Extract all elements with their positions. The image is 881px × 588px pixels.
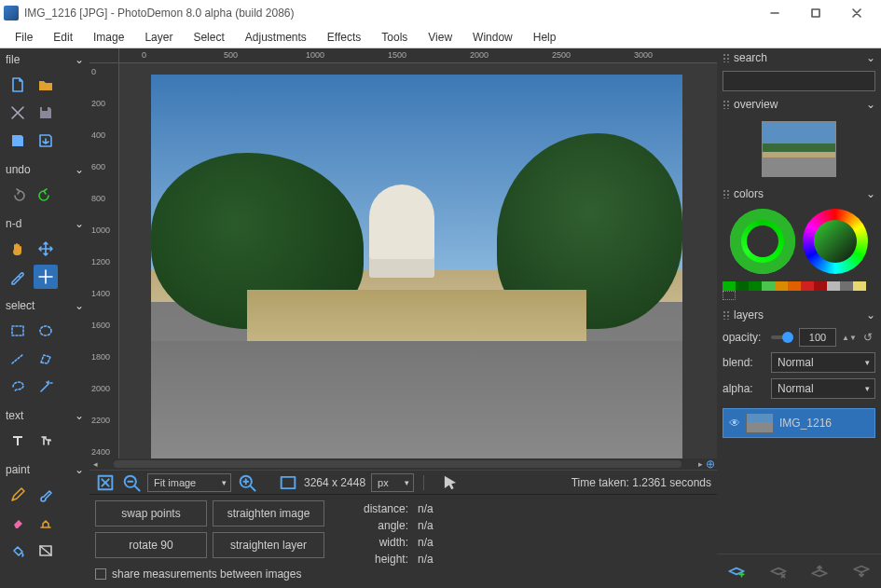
menu-adjustments[interactable]: Adjustments bbox=[236, 28, 316, 47]
menu-tools[interactable]: Tools bbox=[372, 28, 417, 47]
color-swatch[interactable] bbox=[814, 281, 827, 291]
share-measurements-checkbox[interactable]: share measurements between images bbox=[95, 567, 324, 581]
opacity-stepper[interactable]: ▲▼ bbox=[842, 328, 855, 347]
scroll-right-icon[interactable]: ▸ bbox=[695, 459, 706, 469]
menu-image[interactable]: Image bbox=[84, 28, 133, 47]
visibility-icon[interactable]: 👁 bbox=[729, 417, 740, 430]
pencil-tool-icon[interactable] bbox=[6, 483, 30, 507]
scroll-left-icon[interactable]: ◂ bbox=[89, 459, 101, 469]
ellipse-select-icon[interactable] bbox=[34, 319, 58, 343]
menu-edit[interactable]: Edit bbox=[44, 28, 82, 47]
menu-effects[interactable]: Effects bbox=[318, 28, 370, 47]
toolbox-text-header[interactable]: text⌄ bbox=[4, 406, 86, 425]
layer-up-button[interactable] bbox=[810, 562, 829, 581]
toolbox-undo-header[interactable]: undo⌄ bbox=[4, 160, 86, 179]
open-folder-icon[interactable] bbox=[34, 73, 58, 97]
toolbox-paint-header[interactable]: paint⌄ bbox=[4, 460, 86, 479]
straighten-layer-button[interactable]: straighten layer bbox=[213, 532, 324, 558]
alpha-select[interactable]: Normal bbox=[771, 378, 875, 399]
color-swatch[interactable] bbox=[775, 281, 788, 291]
save-icon[interactable] bbox=[34, 101, 58, 125]
overview-thumbnail[interactable] bbox=[762, 121, 836, 177]
fill-tool-icon[interactable] bbox=[6, 539, 30, 563]
color-swatch[interactable] bbox=[801, 281, 814, 291]
zoom-in-icon[interactable] bbox=[237, 472, 257, 493]
layer-down-button[interactable] bbox=[852, 562, 871, 581]
maximize-button[interactable] bbox=[795, 0, 836, 26]
color-swatch[interactable] bbox=[840, 281, 853, 291]
color-wheel-primary[interactable] bbox=[730, 209, 795, 274]
color-swatch[interactable] bbox=[788, 281, 801, 291]
center-view-icon[interactable]: ⊕ bbox=[706, 458, 717, 471]
menu-layer[interactable]: Layer bbox=[135, 28, 182, 47]
window-title: IMG_1216 [JPG] - PhotoDemon 8.0 alpha (b… bbox=[24, 7, 754, 20]
color-swatch[interactable] bbox=[736, 281, 749, 291]
toolbox-nd-header[interactable]: n-d⌄ bbox=[4, 214, 86, 233]
layer-name: IMG_1216 bbox=[779, 417, 832, 430]
color-wheel-hue[interactable] bbox=[803, 209, 868, 274]
save-as-icon[interactable] bbox=[34, 129, 58, 153]
svg-rect-7 bbox=[282, 476, 296, 487]
menu-file[interactable]: File bbox=[6, 28, 42, 47]
undo-icon[interactable] bbox=[6, 183, 30, 207]
minimize-button[interactable] bbox=[754, 0, 795, 26]
close-file-icon[interactable] bbox=[6, 101, 30, 125]
magic-wand-icon[interactable] bbox=[34, 375, 58, 399]
lasso-select-icon[interactable] bbox=[6, 375, 30, 399]
color-picker-tool-icon[interactable] bbox=[6, 265, 30, 289]
menu-help[interactable]: Help bbox=[524, 28, 566, 47]
swap-points-button[interactable]: swap points bbox=[95, 500, 207, 526]
opacity-reset-icon[interactable]: ↺ bbox=[860, 331, 875, 344]
line-select-icon[interactable] bbox=[6, 347, 30, 371]
zoom-fit-icon[interactable] bbox=[95, 472, 116, 493]
toolbox-file-header[interactable]: file⌄ bbox=[4, 50, 86, 69]
layers-panel-header[interactable]: layers⌄ bbox=[717, 306, 881, 324]
zoom-out-icon[interactable] bbox=[121, 472, 142, 493]
color-swatch[interactable] bbox=[853, 281, 866, 291]
zoom-select[interactable]: Fit image bbox=[147, 473, 231, 492]
swatch-more-icon[interactable] bbox=[723, 291, 736, 300]
rect-select-icon[interactable] bbox=[6, 319, 30, 343]
gradient-tool-icon[interactable] bbox=[34, 539, 58, 563]
delete-layer-button[interactable] bbox=[769, 562, 788, 581]
eraser-tool-icon[interactable] bbox=[6, 511, 30, 535]
search-input[interactable] bbox=[723, 71, 875, 91]
opacity-slider[interactable] bbox=[771, 335, 793, 339]
blend-select[interactable]: Normal bbox=[771, 352, 875, 373]
poly-select-icon[interactable] bbox=[34, 347, 58, 371]
redo-icon[interactable] bbox=[34, 183, 58, 207]
text-advanced-icon[interactable] bbox=[34, 429, 58, 453]
toolbox-select-header[interactable]: select⌄ bbox=[4, 296, 86, 315]
save-copy-icon[interactable] bbox=[6, 129, 30, 153]
blend-label: blend: bbox=[723, 356, 765, 369]
clone-tool-icon[interactable] bbox=[34, 511, 58, 535]
layer-item[interactable]: 👁 IMG_1216 bbox=[723, 408, 875, 438]
color-swatch[interactable] bbox=[762, 281, 775, 291]
close-button[interactable] bbox=[836, 0, 877, 26]
unit-select[interactable]: px bbox=[371, 473, 414, 492]
measure-tool-icon[interactable] bbox=[34, 265, 58, 289]
scrollbar-horizontal[interactable]: ◂ ▸ ⊕ bbox=[89, 458, 717, 470]
menu-view[interactable]: View bbox=[419, 28, 461, 47]
text-tool-icon[interactable] bbox=[6, 429, 30, 453]
image-size-icon[interactable] bbox=[278, 472, 298, 493]
brush-tool-icon[interactable] bbox=[34, 483, 58, 507]
menu-select[interactable]: Select bbox=[184, 28, 233, 47]
ruler-horizontal: 0 500 1000 1500 2000 2500 3000 bbox=[119, 48, 717, 63]
app-icon bbox=[4, 6, 19, 21]
color-swatch[interactable] bbox=[827, 281, 840, 291]
add-layer-button[interactable] bbox=[727, 562, 746, 581]
color-swatch[interactable] bbox=[749, 281, 762, 291]
canvas[interactable] bbox=[119, 63, 717, 458]
hand-tool-icon[interactable] bbox=[6, 237, 30, 261]
colors-panel-header[interactable]: colors⌄ bbox=[717, 185, 881, 203]
color-swatch[interactable] bbox=[723, 281, 736, 291]
menu-window[interactable]: Window bbox=[463, 28, 522, 47]
straighten-image-button[interactable]: straighten image bbox=[213, 500, 324, 526]
overview-panel-header[interactable]: overview⌄ bbox=[717, 95, 881, 114]
rotate-90-button[interactable]: rotate 90 bbox=[95, 532, 207, 558]
new-file-icon[interactable] bbox=[6, 73, 30, 97]
opacity-input[interactable] bbox=[799, 328, 836, 347]
move-tool-icon[interactable] bbox=[34, 237, 58, 261]
search-panel-header[interactable]: search⌄ bbox=[717, 48, 881, 67]
